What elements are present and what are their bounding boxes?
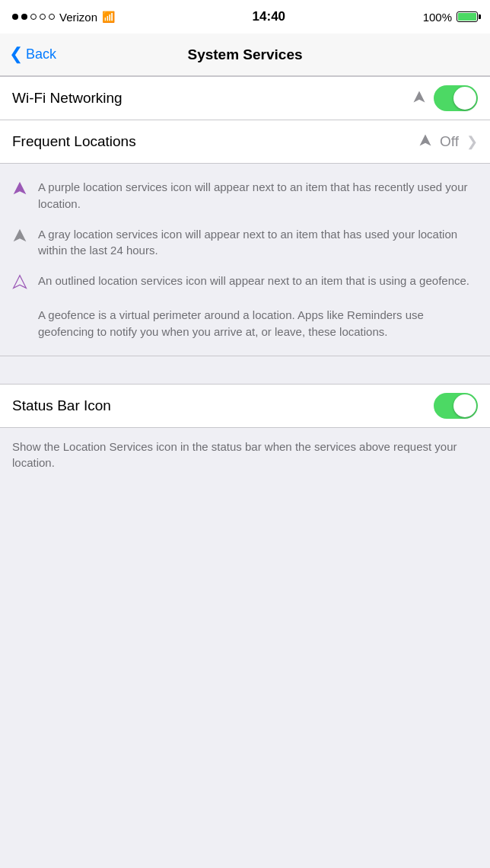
frequent-locations-row[interactable]: Frequent Locations Off ❯ bbox=[0, 120, 490, 163]
wifi-networking-row[interactable]: Wi-Fi Networking bbox=[0, 77, 490, 120]
dot-2 bbox=[21, 14, 27, 20]
wifi-toggle-knob bbox=[453, 87, 476, 110]
frequent-locations-value: Off bbox=[440, 133, 459, 150]
battery-percentage: 100% bbox=[423, 11, 452, 24]
wifi-icon: 📶 bbox=[102, 11, 115, 23]
frequent-locations-right: Off ❯ bbox=[418, 133, 478, 151]
battery-fill bbox=[458, 13, 476, 21]
frequent-locations-group: Frequent Locations Off ❯ bbox=[0, 120, 490, 164]
footer-note-block: Show the Location Services icon in the s… bbox=[0, 428, 490, 487]
wifi-networking-right bbox=[412, 85, 478, 111]
outline-location-icon bbox=[12, 274, 29, 293]
status-bar-icon-right bbox=[434, 393, 478, 419]
outline-info-row: An outlined location services icon will … bbox=[12, 273, 478, 293]
status-bar-icon-toggle[interactable] bbox=[434, 393, 478, 419]
battery-icon bbox=[457, 11, 478, 22]
back-button[interactable]: ❮ Back bbox=[9, 46, 56, 62]
battery-body bbox=[457, 11, 478, 22]
status-left: Verizon 📶 bbox=[12, 11, 115, 24]
signal-dots bbox=[12, 14, 55, 20]
spacer-1 bbox=[0, 356, 490, 384]
gray-location-icon bbox=[12, 228, 29, 247]
wifi-location-icon bbox=[412, 90, 426, 107]
status-time: 14:40 bbox=[253, 9, 285, 24]
dot-5 bbox=[49, 14, 55, 20]
gray-info-text: A gray location services icon will appea… bbox=[38, 226, 478, 260]
gray-info-row: A gray location services icon will appea… bbox=[12, 226, 478, 260]
purple-info-row: A purple location services icon will app… bbox=[12, 179, 478, 212]
status-bar: Verizon 📶 14:40 100% bbox=[0, 0, 490, 34]
carrier-label: Verizon bbox=[59, 11, 97, 24]
status-bar-toggle-knob bbox=[453, 394, 476, 417]
status-right: 100% bbox=[423, 11, 478, 24]
frequent-locations-chevron: ❯ bbox=[466, 133, 478, 150]
geofence-note: A geofence is a virtual perimeter around… bbox=[12, 307, 478, 340]
page-title: System Services bbox=[187, 46, 302, 63]
status-bar-icon-row[interactable]: Status Bar Icon bbox=[0, 385, 490, 427]
wifi-networking-toggle[interactable] bbox=[434, 85, 478, 111]
nav-bar: ❮ Back System Services bbox=[0, 34, 490, 76]
dot-4 bbox=[40, 14, 46, 20]
footer-note-text: Show the Location Services icon in the s… bbox=[12, 440, 457, 470]
frequent-locations-label: Frequent Locations bbox=[12, 133, 418, 150]
dot-1 bbox=[12, 14, 18, 20]
status-bar-icon-group: Status Bar Icon bbox=[0, 384, 490, 428]
status-bar-icon-label: Status Bar Icon bbox=[12, 397, 434, 414]
wifi-networking-group: Wi-Fi Networking bbox=[0, 76, 490, 120]
back-label: Back bbox=[26, 46, 56, 62]
info-block: A purple location services icon will app… bbox=[0, 164, 490, 356]
dot-3 bbox=[30, 14, 37, 20]
outline-info-text: An outlined location services icon will … bbox=[38, 273, 469, 289]
wifi-networking-label: Wi-Fi Networking bbox=[12, 90, 412, 107]
back-arrow-icon: ❮ bbox=[9, 46, 23, 62]
frequent-location-icon bbox=[418, 133, 432, 151]
purple-location-icon bbox=[12, 180, 29, 199]
purple-info-text: A purple location services icon will app… bbox=[38, 179, 478, 212]
